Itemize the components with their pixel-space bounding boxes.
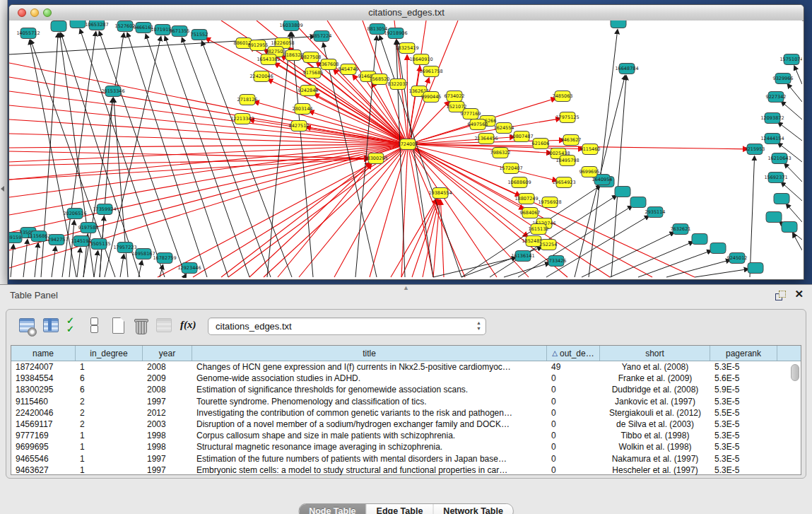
table-cell[interactable]: Genome-wide association studies in ADHD. <box>192 373 547 383</box>
float-panel-icon[interactable] <box>775 291 785 300</box>
table-cell[interactable]: Dudbridge et al. (2008) <box>600 385 710 395</box>
table-cell[interactable]: 2003 <box>143 419 192 429</box>
toggle-rows-icon[interactable] <box>86 317 104 335</box>
table-cell[interactable]: 2008 <box>143 362 192 372</box>
graph-node[interactable] <box>630 197 646 208</box>
table-cell[interactable]: 5.3E-5 <box>710 431 777 440</box>
graph-edge[interactable] <box>582 232 674 277</box>
graph-edge[interactable] <box>408 144 528 237</box>
table-cell[interactable]: 2 <box>76 397 143 407</box>
table-cell[interactable]: 0 <box>547 431 600 440</box>
table-cell[interactable]: 1 <box>76 465 143 475</box>
graph-node[interactable] <box>774 194 789 204</box>
table-row[interactable]: 1872400712008Changes of HCN gene express… <box>11 361 801 373</box>
table-cell[interactable]: Tibbo et al. (1998) <box>600 431 710 440</box>
table-cell[interactable]: 5.3E-5 <box>710 465 777 475</box>
table-selector-dropdown[interactable]: citations_edges.txt ▲▼ <box>208 317 486 335</box>
tab-edge-table[interactable]: Edge Table <box>367 504 434 514</box>
column-header-out_de[interactable]: △out_de… <box>547 346 600 361</box>
table-cell[interactable]: 0 <box>547 419 600 429</box>
graph-edge[interactable] <box>407 55 408 144</box>
graph-edge[interactable] <box>611 76 626 277</box>
table-cell[interactable]: 1 <box>76 454 143 464</box>
table-cell[interactable]: 5.5E-5 <box>710 408 777 418</box>
table-cell[interactable]: 6 <box>76 385 143 395</box>
graph-edge[interactable] <box>638 250 712 277</box>
delete-rows-icon[interactable] <box>132 317 151 335</box>
table-cell[interactable]: 0 <box>547 373 600 383</box>
table-cell[interactable]: 5.6E-5 <box>710 373 777 383</box>
table-row[interactable]: 1456911722003Disruption of a novel membe… <box>11 419 801 430</box>
table-row[interactable]: 1830029562008Estimation of significance … <box>11 384 801 395</box>
table-cell[interactable]: 0 <box>547 465 600 475</box>
table-cell[interactable]: 0 <box>547 442 600 452</box>
graph-edge[interactable] <box>433 257 516 277</box>
graph-edge[interactable] <box>610 242 693 277</box>
graph-edge[interactable] <box>23 240 28 277</box>
graph-edge[interactable] <box>165 36 249 277</box>
graph-edge[interactable] <box>9 105 408 144</box>
graph-edge[interactable] <box>139 261 142 277</box>
table-cell[interactable]: Stergiakouli et al. (2012) <box>600 408 710 418</box>
table-cell[interactable]: 5.3E-5 <box>710 454 777 464</box>
graph-edge[interactable] <box>249 163 371 277</box>
table-cell[interactable]: Yano et al. (2008) <box>600 362 710 372</box>
graph-edge[interactable] <box>750 156 755 277</box>
table-cell[interactable]: 1 <box>76 362 143 372</box>
graph-edge[interactable] <box>52 247 56 277</box>
table-cell[interactable]: 2 <box>76 419 143 429</box>
table-cell[interactable]: 9463627 <box>11 465 76 475</box>
table-scrollbar[interactable] <box>791 363 799 469</box>
table-row[interactable]: 946554611997Estimation of the future num… <box>11 453 801 465</box>
table-row[interactable]: 977716911998Corpus callosum shape and si… <box>11 430 801 441</box>
table-cell[interactable]: Changes of HCN gene expression and I(f) … <box>192 362 547 372</box>
table-cell[interactable]: Jankovic et al. (1997) <box>600 397 710 407</box>
table-cell[interactable]: 2009 <box>143 373 192 383</box>
network-canvas[interactable]: 1405571210653287152760294661611071915596… <box>9 21 802 278</box>
table-cell[interactable]: Investigating the contribution of common… <box>192 408 547 418</box>
graph-edge[interactable] <box>275 63 408 144</box>
graph-svg[interactable]: 1405571210653287152760294661611071915596… <box>9 21 802 278</box>
table-cell[interactable]: 1997 <box>143 465 192 475</box>
table-cell[interactable]: Franke et al. (2009) <box>600 373 710 383</box>
table-cell[interactable]: 0 <box>547 408 600 418</box>
table-cell[interactable]: de Silva et al. (2003) <box>600 419 710 429</box>
table-cell[interactable]: 1 <box>76 431 143 440</box>
table-cell[interactable]: 1997 <box>143 454 192 464</box>
table-cell[interactable]: 14569117 <box>11 419 76 429</box>
graph-edge[interactable] <box>546 216 649 277</box>
graph-edge[interactable] <box>254 102 408 144</box>
table-cell[interactable]: Structural magnetic resonance image aver… <box>192 442 547 452</box>
column-header-pagerank[interactable]: pagerank <box>710 346 777 361</box>
table-cell[interactable]: 9465546 <box>11 454 76 464</box>
select-all-check-icon[interactable]: ✓✓ <box>66 317 84 335</box>
table-cell[interactable]: Disruption of a novel member of a sodium… <box>192 419 547 429</box>
table-cell[interactable]: 2012 <box>143 408 192 418</box>
table-cell[interactable]: Embryonic stem cells: a model to study s… <box>192 465 547 475</box>
graph-edge[interactable] <box>408 21 458 144</box>
table-cell[interactable]: 6 <box>76 373 143 383</box>
column-header-year[interactable]: year <box>143 346 192 361</box>
table-cell[interactable]: 2 <box>76 408 143 418</box>
graph-edge[interactable] <box>9 144 408 268</box>
table-row[interactable]: 2242004622012Investigating the contribut… <box>11 407 801 419</box>
graph-node[interactable] <box>710 243 726 254</box>
table-cell[interactable]: 5.3E-5 <box>710 362 777 372</box>
table-cell[interactable]: 1 <box>76 442 143 452</box>
table-cell[interactable]: 22420046 <box>11 408 76 418</box>
graph-edge[interactable] <box>408 66 420 144</box>
table-row[interactable]: 946362711997Embryonic stem cells: a mode… <box>11 465 801 476</box>
table-cell[interactable]: Hescheler et al. (1997) <box>600 465 710 475</box>
table-cell[interactable]: 5.9E-5 <box>710 385 777 395</box>
panel-collapse-arrow-icon[interactable] <box>1 186 4 192</box>
column-header-in_degree[interactable]: in_degree <box>76 346 143 361</box>
table-row[interactable]: 969969511998Structural magnetic resonanc… <box>11 441 801 452</box>
table-settings-icon[interactable] <box>18 317 36 335</box>
table-cell[interactable]: 0 <box>547 454 600 464</box>
close-panel-icon[interactable]: ✕ <box>794 288 804 299</box>
graph-edge[interactable] <box>408 144 433 277</box>
graph-edge[interactable] <box>794 66 802 84</box>
graph-edge[interactable] <box>120 255 124 277</box>
table-cell[interactable]: Tourette syndrome. Phenomenology and cla… <box>192 397 547 407</box>
tab-network-table[interactable]: Network Table <box>433 504 513 514</box>
